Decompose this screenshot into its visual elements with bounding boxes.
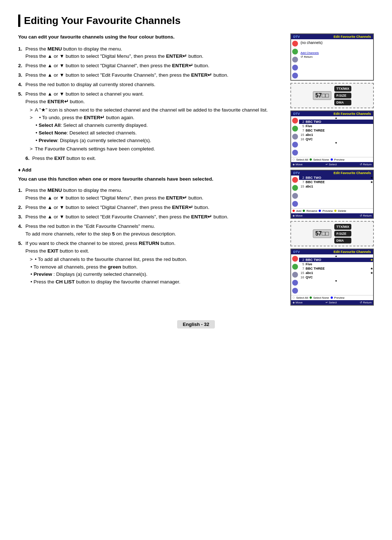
screen2-dtv: DTV [293, 112, 300, 116]
icon1 [292, 41, 298, 47]
screen3-footer: ◈ Move ↺ Return [291, 213, 373, 218]
s4-ch-qvc: 16QVC [299, 275, 373, 279]
psize-btn[interactable]: P.SIZE [334, 93, 352, 98]
screen2-icons [291, 116, 299, 157]
screen1-header: DTV Edit Favourite Channels [291, 34, 373, 39]
s3-ch-bbc3: 7BBC THREE★ [299, 180, 373, 184]
screen2-body: ▲ 2BBC TWO 5Five 7BBC THREE 15abc1 16QVC [291, 116, 373, 157]
s3-ch-bbc2: 2BBC TWO★ [299, 176, 373, 180]
s4-ch-bbc2: 2BBC TWO★ [299, 258, 373, 262]
add-bullet-preview: Preview : Displays (a) currently selecte… [30, 271, 283, 278]
screen1-dtv: DTV [293, 35, 300, 39]
step-2: 2. Press the ▲ or ▼ button to select "Di… [18, 62, 283, 70]
add-bullets: To remove all channels, press the green … [25, 263, 283, 286]
screen4-return: ↺ Return [360, 301, 372, 304]
psize-btn2[interactable]: P.SIZE [334, 231, 352, 237]
s3-icon3 [292, 193, 298, 199]
add-channels-link: Add Channels [301, 51, 372, 55]
step-5-bullets: Select All: Select all channels currentl… [25, 122, 283, 145]
screen2-header: DTV Edit Favourite Channels [291, 111, 373, 116]
add-step-3: 3. Press the ▲ or ▼ button to select "Ed… [18, 213, 283, 221]
s4-icon3 [292, 272, 298, 278]
s4-icon2 [292, 264, 298, 270]
add-step-5-sub: • To add all channels to the favourite c… [25, 256, 283, 263]
add-step-4: 4. Press the red button in the "Edit Fav… [18, 223, 283, 238]
s4-ch-bbc3: 7BBC THREE★ [299, 266, 373, 271]
ch-row-bbc2: 2BBC TWO [299, 120, 373, 124]
screen3-title: Edit Favourite Channels [334, 171, 371, 175]
remote1-buttons: TTX/MIX P.SIZE DMA [334, 86, 352, 105]
step-1: 1. Press the MENU button to display the … [18, 45, 283, 61]
ch-row-bbc3: 7BBC THREE [299, 128, 373, 133]
remote2-buttons: TTX/MIX P.SIZE DMA [334, 224, 352, 243]
screen4-color-btns: Select All Select None Preview [291, 295, 373, 300]
ch-row-abc1: 15abc1 [299, 133, 373, 137]
icon3 [292, 57, 298, 63]
page-title: Editing Your Favourite Channels [18, 15, 374, 27]
screen4-move: ◈ Move [293, 301, 303, 304]
screen4-header: DTV Edit Favourite Channels [291, 249, 373, 254]
screen1: DTV Edit Favourite Channels (no channels… [290, 33, 374, 81]
dot-green3 [303, 210, 305, 212]
screen1-return: ↺ Return [301, 55, 372, 59]
screen2-content: ▲ 2BBC TWO 5Five 7BBC THREE 15abc1 16QVC [299, 116, 373, 157]
subnote-completed: The Favourite Channels settings have bee… [30, 145, 283, 153]
screen4-title: Edit Favourite Channels [334, 250, 371, 254]
dot-green4 [310, 297, 312, 299]
bullet-select-none: Select None: Deselect all selected chann… [36, 129, 283, 137]
dma-btn2[interactable]: DMA [334, 238, 352, 243]
icon2 [292, 49, 298, 55]
s2-icon5 [292, 150, 298, 156]
dot-white1 [293, 158, 295, 161]
s2-icon4 [292, 142, 298, 148]
screen2: DTV Edit Favourite Channels ▲ 2BBC TWO [290, 110, 374, 168]
screen1-icons [291, 39, 299, 80]
remote2: 57□□ TTX/MIX P.SIZE DMA [290, 221, 374, 246]
screen1-body: (no channels) Add Channels ↺ Return [291, 39, 373, 80]
intro-text: You can edit your favourite channels usi… [18, 33, 283, 41]
no-channels-text: (no channels) [301, 41, 372, 45]
add-step-2: 2. Press the ▲ or ▼ button to select "Di… [18, 204, 283, 211]
screen2-select: ↵ Select [326, 163, 337, 166]
ttxmix-btn[interactable]: TTX/MIX [334, 86, 352, 92]
s3-icon2 [292, 185, 298, 191]
steps-list-part1: 1. Press the MENU button to display the … [18, 45, 283, 153]
step-5-completed: The Favourite Channels settings have bee… [25, 145, 283, 153]
dma-btn[interactable]: DMA [334, 100, 352, 105]
s3-ch-abc1: 15abc1 [299, 184, 373, 189]
step-4: 4. Press the red button to display all c… [18, 81, 283, 89]
s2-icon2 [292, 126, 298, 132]
add-intro: You can use this function when one or mo… [18, 176, 283, 183]
subnote-undo: > • To undo, press the ENTER↵ button aga… [30, 114, 283, 122]
step-6: 6. Press the EXIT button to exit. [18, 155, 283, 162]
screen4-select: ↵ Select [326, 301, 337, 304]
page-number: English - 32 [177, 320, 215, 329]
screen2-footer: ◈ Move ↵ Select ↺ Return [291, 162, 373, 167]
s4-ch-five: 5Five [299, 262, 373, 266]
screen3-header: DTV Edit Favourite Channels [291, 170, 373, 176]
s4-ch-abc1: 15abc1★ [299, 271, 373, 275]
add-bullet-green: To remove all channels, press the green … [30, 263, 283, 271]
dot-green1 [310, 158, 312, 161]
add-sub-red: • To add all channels to the favourite c… [30, 256, 283, 263]
s4-icon4 [292, 280, 298, 286]
screen3-body: 2BBC TWO★ 7BBC THREE★ 15abc1 [291, 176, 373, 208]
screen2-color-btns: Select All Select None Preview [291, 157, 373, 162]
screen3-move: ◈ Move [293, 214, 303, 217]
screen2-title: Edit Favourite Channels [334, 112, 371, 116]
ttxmix-btn2[interactable]: TTX/MIX [334, 224, 352, 230]
screen3-return: ↺ Return [360, 214, 372, 217]
dot-red3 [293, 210, 295, 212]
left-column: You can edit your favourite channels usi… [18, 33, 283, 306]
screen1-content: (no channels) Add Channels ↺ Return [299, 39, 373, 80]
dot-blue3 [319, 210, 321, 212]
screen4-content: ▲ 2BBC TWO★ 5Five 7BBC THREE★ 15abc1★ 16… [299, 254, 373, 295]
icon5 [292, 73, 298, 78]
s3-icon1 [292, 177, 298, 183]
screen2-return: ↺ Return [360, 163, 372, 166]
screen3-content: 2BBC TWO★ 7BBC THREE★ 15abc1 [299, 176, 373, 208]
step-5: 5. Press the ▲ or ▼ button to select a c… [18, 90, 283, 153]
screen2-nav: ◈ Move [293, 163, 303, 166]
right-column: DTV Edit Favourite Channels (no channels… [290, 33, 374, 306]
dot-white4 [293, 297, 295, 299]
